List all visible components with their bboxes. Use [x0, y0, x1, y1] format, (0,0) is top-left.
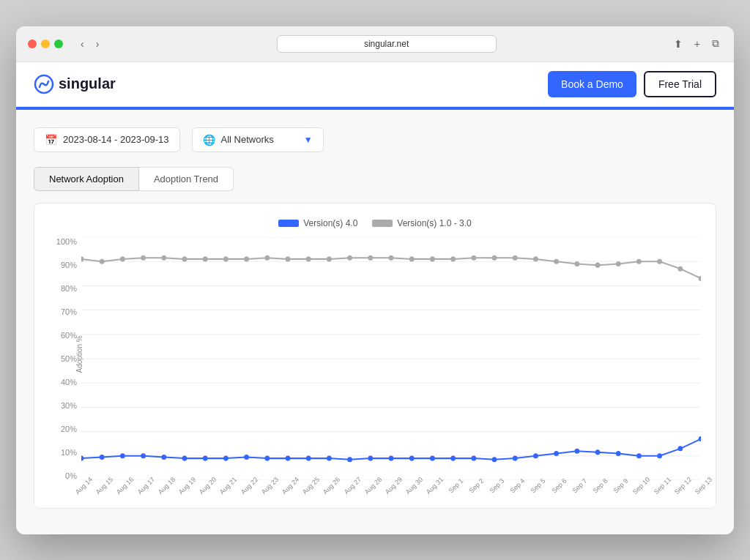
legend-blue-color: [278, 220, 299, 227]
svg-point-31: [471, 255, 476, 260]
svg-point-33: [513, 255, 518, 260]
svg-point-67: [574, 448, 579, 453]
chart-legend: Version(s) 4.0 Version(s) 1.0 - 3.0: [49, 218, 701, 228]
share-button[interactable]: ⬆: [671, 36, 686, 51]
svg-point-55: [327, 455, 332, 460]
globe-icon: 🌐: [203, 134, 215, 146]
svg-point-56: [347, 457, 352, 462]
nav-controls: ‹ ›: [78, 37, 102, 51]
close-button[interactable]: [28, 40, 37, 48]
network-filter[interactable]: 🌐 All Networks ▼: [192, 127, 324, 152]
legend-blue: Version(s) 4.0: [278, 218, 357, 228]
svg-point-13: [100, 258, 105, 264]
svg-point-14: [120, 256, 125, 261]
svg-point-28: [409, 256, 415, 261]
svg-point-40: [657, 258, 662, 264]
svg-point-19: [223, 256, 229, 261]
svg-point-34: [533, 256, 538, 261]
date-filter[interactable]: 📅 2023-08-14 - 2023-09-13: [34, 127, 180, 152]
svg-point-60: [430, 455, 435, 460]
new-tab-button[interactable]: +: [691, 36, 703, 51]
svg-point-47: [161, 454, 166, 459]
x-axis-label: Sep 1: [447, 477, 464, 494]
svg-point-71: [657, 453, 662, 458]
y-axis-label: 100%: [56, 237, 77, 246]
svg-point-66: [554, 450, 559, 455]
y-axis-label: 30%: [61, 401, 77, 410]
svg-point-51: [244, 454, 249, 459]
svg-point-72: [677, 446, 683, 451]
svg-point-18: [203, 256, 208, 261]
tab-network-adoption[interactable]: Network Adoption: [34, 167, 139, 191]
y-axis-label: 70%: [61, 307, 77, 316]
lines-svg: [81, 237, 701, 480]
svg-point-50: [223, 455, 229, 460]
svg-point-25: [347, 255, 352, 260]
tabs-button[interactable]: ⧉: [709, 36, 722, 51]
main-content: 📅 2023-08-14 - 2023-09-13 🌐 All Networks…: [16, 110, 734, 534]
svg-point-45: [120, 453, 125, 458]
logo-icon: [34, 74, 54, 94]
address-bar: [111, 35, 661, 53]
calendar-icon: 📅: [45, 134, 57, 146]
filters-row: 📅 2023-08-14 - 2023-09-13 🌐 All Networks…: [34, 127, 716, 152]
book-demo-button[interactable]: Book a Demo: [548, 71, 636, 97]
x-axis-label: Sep 6: [550, 477, 568, 494]
svg-point-58: [389, 455, 394, 460]
svg-point-61: [450, 455, 456, 460]
svg-point-17: [182, 256, 188, 261]
x-axis-label: Sep 5: [530, 477, 547, 494]
x-axis-label: Sep 7: [571, 477, 588, 494]
y-axis-label: 0%: [65, 471, 77, 480]
svg-point-12: [81, 256, 83, 261]
svg-point-29: [430, 256, 435, 261]
svg-point-53: [286, 455, 291, 460]
svg-point-62: [471, 455, 476, 460]
svg-point-39: [636, 258, 642, 264]
svg-point-21: [264, 255, 270, 260]
svg-point-70: [636, 453, 642, 458]
svg-point-26: [368, 255, 373, 260]
svg-point-64: [513, 455, 518, 460]
chart-area: 100% 90% 80% 70% 60% 50% 40% 30% 20% 10%…: [49, 237, 701, 501]
tab-adoption-trend[interactable]: Adoption Trend: [139, 167, 234, 191]
back-button[interactable]: ‹: [78, 37, 87, 51]
url-input[interactable]: [277, 35, 497, 53]
svg-point-41: [677, 266, 683, 271]
network-value: All Networks: [221, 134, 274, 145]
app-window: ‹ › ⬆ + ⧉ singular Book a Demo Free Tria…: [16, 26, 734, 534]
x-axis-labels: Aug 14Aug 15Aug 16Aug 17Aug 18Aug 19Aug …: [81, 480, 701, 501]
svg-point-30: [450, 256, 456, 261]
maximize-button[interactable]: [54, 40, 63, 48]
free-trial-button[interactable]: Free Trial: [644, 71, 716, 97]
svg-point-37: [595, 262, 601, 267]
y-axis-label: 60%: [61, 331, 77, 340]
logo[interactable]: singular: [34, 74, 116, 94]
nav-bar: singular Book a Demo Free Trial: [16, 62, 734, 107]
svg-point-36: [574, 261, 579, 266]
svg-point-69: [616, 450, 621, 455]
minimize-button[interactable]: [41, 40, 50, 48]
x-axis-label: Sep 4: [509, 477, 527, 494]
y-axis-label: 20%: [61, 425, 77, 433]
y-axis-label: 10%: [61, 448, 77, 457]
logo-text: singular: [59, 75, 116, 92]
svg-point-57: [368, 455, 373, 460]
y-axis-label: 80%: [61, 284, 77, 293]
svg-point-15: [141, 255, 146, 260]
svg-point-65: [533, 453, 538, 458]
svg-point-52: [264, 455, 270, 460]
svg-point-43: [81, 455, 83, 460]
y-axis-label: 50%: [61, 354, 77, 363]
svg-point-38: [616, 261, 621, 266]
title-bar-right: ⬆ + ⧉: [671, 36, 722, 51]
forward-button[interactable]: ›: [93, 37, 103, 51]
title-bar: ‹ › ⬆ + ⧉: [16, 26, 734, 62]
y-axis-label: 90%: [61, 261, 77, 269]
svg-point-35: [554, 258, 559, 264]
svg-point-27: [389, 255, 394, 260]
svg-point-16: [161, 255, 166, 260]
chevron-down-icon: ▼: [304, 135, 313, 145]
svg-point-68: [595, 449, 601, 455]
tabs-row: Network Adoption Adoption Trend: [34, 167, 716, 191]
